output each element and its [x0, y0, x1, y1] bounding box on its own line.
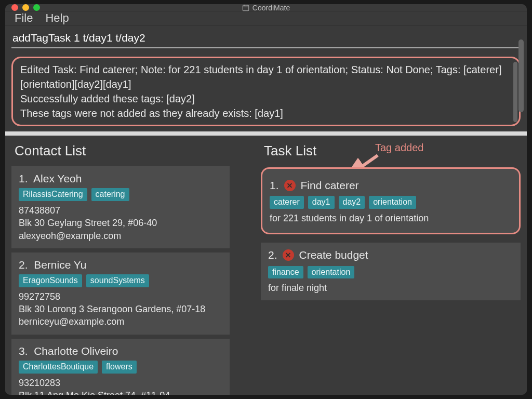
task-card[interactable]: 1. Find caterer caterer day1 day2 orient… — [261, 167, 521, 234]
tag: catering — [91, 188, 129, 201]
command-input[interactable] — [11, 29, 521, 48]
annotation-label: Tag added — [375, 142, 423, 154]
command-box-wrap — [5, 29, 527, 51]
tag: day1 — [308, 196, 335, 209]
status-not-done-icon — [284, 180, 296, 191]
close-window-button[interactable] — [11, 4, 18, 11]
contact-email: berniceyu@example.com — [19, 315, 222, 328]
contact-card[interactable]: 2. Bernice Yu EragonSounds soundSystems … — [11, 252, 230, 335]
contact-phone: 93210283 — [19, 377, 222, 389]
app-window: CoordiMate File Help Edited Task: Find c… — [5, 4, 527, 395]
result-wrap: Edited Task: Find caterer; Note: for 221… — [5, 51, 527, 131]
task-card[interactable]: 2. Create budget finance orientation for… — [261, 243, 521, 300]
task-index: 1. — [270, 178, 279, 193]
tag: soundSystems — [86, 274, 149, 287]
contact-address: Blk 30 Geylang Street 29, #06-40 — [19, 217, 222, 229]
app-icon — [242, 4, 249, 11]
contact-phone: 87438807 — [19, 204, 222, 217]
contact-list-title: Contact List — [11, 136, 255, 166]
window-controls — [11, 4, 40, 11]
tag: RilassisCatering — [19, 188, 87, 201]
task-list[interactable]: 1. Find caterer caterer day1 day2 orient… — [261, 166, 521, 395]
tag: caterer — [270, 196, 304, 209]
columns: Contact List 1. Alex Yeoh RilassisCateri… — [5, 136, 527, 395]
contact-name: Alex Yeoh — [33, 172, 82, 184]
contact-index: 1. — [19, 172, 28, 184]
panel-divider — [5, 131, 527, 136]
contact-list-panel: Contact List 1. Alex Yeoh RilassisCateri… — [11, 136, 255, 395]
contact-address: Blk 11 Ang Mo Kio Street 74, #11-04 — [19, 389, 222, 395]
status-not-done-icon — [283, 249, 294, 261]
result-line: Successfully added these tags: [day2] — [20, 91, 512, 106]
contact-address: Blk 30 Lorong 3 Serangoon Gardens, #07-1… — [19, 303, 222, 315]
contact-phone: 99272758 — [19, 290, 222, 303]
title-bar: CoordiMate — [5, 4, 527, 11]
minimize-window-button[interactable] — [22, 4, 29, 11]
tag: orientation — [308, 266, 355, 279]
task-list-panel: Task List Tag added 1. Find caterer — [261, 136, 521, 395]
tag: CharlottesBoutique — [19, 361, 98, 374]
task-index: 2. — [268, 248, 277, 262]
menu-help[interactable]: Help — [45, 11, 69, 25]
menu-file[interactable]: File — [15, 11, 33, 25]
tag: EragonSounds — [19, 274, 82, 287]
result-display: Edited Task: Find caterer; Note: for 221… — [11, 57, 521, 126]
menu-bar: File Help — [5, 11, 527, 25]
contact-index: 3. — [19, 345, 28, 357]
tag: orientation — [369, 196, 416, 209]
tag: finance — [268, 266, 303, 279]
contact-name: Bernice Yu — [34, 259, 86, 271]
window-title: CoordiMate — [5, 4, 527, 12]
tag: flowers — [102, 361, 137, 374]
tag: day2 — [339, 196, 365, 209]
maximize-window-button[interactable] — [33, 4, 40, 11]
contact-index: 2. — [19, 259, 28, 271]
contact-card[interactable]: 1. Alex Yeoh RilassisCatering catering 8… — [11, 166, 230, 248]
svg-rect-0 — [243, 5, 248, 11]
contact-card[interactable]: 3. Charlotte Oliveiro CharlottesBoutique… — [11, 339, 230, 395]
contact-email: alexyeoh@example.com — [19, 230, 222, 242]
content-area: Edited Task: Find caterer; Note: for 221… — [5, 25, 527, 395]
window-title-text: CoordiMate — [252, 4, 290, 12]
result-line: These tags were not added as they alread… — [20, 106, 512, 121]
contact-list[interactable]: 1. Alex Yeoh RilassisCatering catering 8… — [11, 166, 255, 395]
contact-name: Charlotte Oliveiro — [34, 345, 118, 357]
result-line: Edited Task: Find caterer; Note: for 221… — [20, 62, 512, 91]
task-note: for finale night — [268, 282, 513, 294]
result-scrollbar[interactable] — [513, 62, 517, 122]
task-title: Find caterer — [301, 178, 359, 193]
task-note: for 221 students in day 1 of orientation — [270, 212, 512, 224]
task-title: Create budget — [299, 248, 368, 262]
